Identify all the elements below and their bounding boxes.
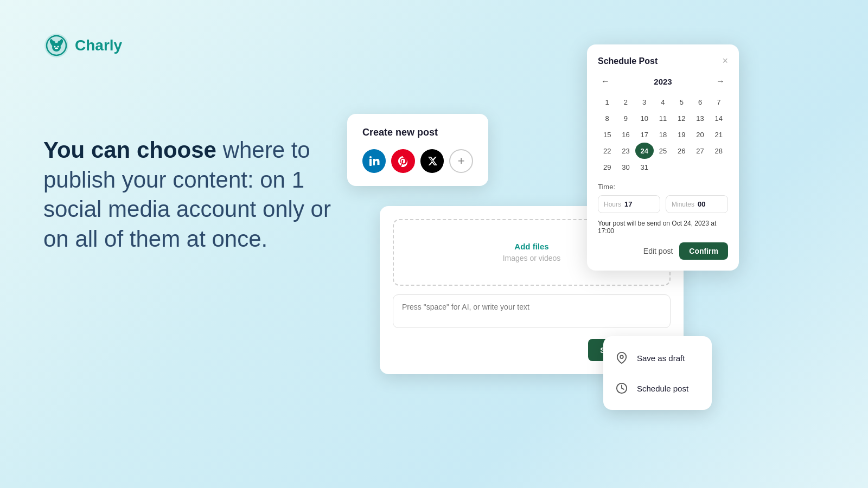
hero-text-block: You can choose where to publish your con… xyxy=(43,136,347,254)
save-as-draft-label: Save as draft xyxy=(637,354,685,363)
add-platform-button[interactable]: + xyxy=(449,149,473,173)
charly-logo-icon xyxy=(43,33,69,59)
calendar-day[interactable]: 18 xyxy=(654,126,672,143)
confirm-button[interactable]: Confirm xyxy=(679,242,728,260)
minutes-input[interactable]: Minutes 00 xyxy=(666,195,728,213)
calendar-day[interactable]: 13 xyxy=(691,110,709,126)
calendar-day xyxy=(654,159,672,175)
calendar-day[interactable]: 1 xyxy=(598,94,616,110)
calendar-day[interactable]: 8 xyxy=(598,110,616,126)
calendar-day[interactable]: 12 xyxy=(672,110,691,126)
svg-point-5 xyxy=(54,46,56,48)
calendar-grid: 1234567891011121314151617181920212223242… xyxy=(598,94,728,175)
linkedin-icon[interactable] xyxy=(362,149,386,173)
svg-point-4 xyxy=(52,43,61,52)
calendar-next-button[interactable]: → xyxy=(713,75,728,87)
hours-value: 17 xyxy=(624,200,632,208)
calendar-day[interactable]: 14 xyxy=(710,110,728,126)
calendar-day[interactable]: 5 xyxy=(672,94,691,110)
calendar-day[interactable]: 2 xyxy=(616,94,635,110)
calendar-day[interactable]: 3 xyxy=(635,94,654,110)
hours-label: Hours xyxy=(604,201,621,208)
schedule-post-item[interactable]: Schedule post xyxy=(603,373,712,403)
calendar-prev-button[interactable]: ← xyxy=(598,75,613,87)
calendar-day[interactable]: 17 xyxy=(635,126,654,143)
svg-point-11 xyxy=(369,156,372,158)
calendar-day[interactable]: 21 xyxy=(710,126,728,143)
minutes-label: Minutes xyxy=(672,201,694,208)
minutes-value: 00 xyxy=(698,200,705,208)
logo-area: Charly xyxy=(43,33,122,59)
create-post-card: Create new post + xyxy=(347,114,488,186)
pin-icon xyxy=(614,350,629,365)
modal-close-button[interactable]: × xyxy=(722,55,728,67)
calendar-day xyxy=(710,159,728,175)
calendar-day[interactable]: 24 xyxy=(635,143,654,159)
schedule-info: Your post will be send on Oct 24, 2023 a… xyxy=(598,220,728,235)
schedule-post-modal: Schedule Post × ← 2023 → 123456789101112… xyxy=(587,44,739,271)
calendar-day[interactable]: 30 xyxy=(616,159,635,175)
social-icons-row: + xyxy=(362,149,473,173)
calendar-day[interactable]: 31 xyxy=(635,159,654,175)
calendar-day[interactable]: 29 xyxy=(598,159,616,175)
calendar-day[interactable]: 22 xyxy=(598,143,616,159)
calendar-day xyxy=(672,159,691,175)
calendar-year: 2023 xyxy=(654,77,672,86)
svg-point-7 xyxy=(55,48,58,49)
modal-title: Schedule Post xyxy=(598,56,658,66)
post-text-input[interactable] xyxy=(393,294,671,328)
hours-input[interactable]: Hours 17 xyxy=(598,195,660,213)
calendar-day[interactable]: 25 xyxy=(654,143,672,159)
modal-actions: Edit post Confirm xyxy=(598,242,728,260)
pinterest-icon[interactable] xyxy=(391,149,414,173)
calendar-day[interactable]: 10 xyxy=(635,110,654,126)
add-files-subtitle: Images or videos xyxy=(503,254,561,262)
svg-rect-10 xyxy=(369,159,372,166)
calendar-day[interactable]: 27 xyxy=(691,143,709,159)
calendar-day[interactable]: 15 xyxy=(598,126,616,143)
svg-point-12 xyxy=(620,355,623,358)
logo-text: Charly xyxy=(75,37,122,54)
svg-point-6 xyxy=(58,46,59,48)
hero-bold: You can choose xyxy=(43,137,216,163)
calendar-day[interactable]: 23 xyxy=(616,143,635,159)
calendar-nav: ← 2023 → xyxy=(598,75,728,87)
calendar-day xyxy=(691,159,709,175)
calendar-day[interactable]: 20 xyxy=(691,126,709,143)
x-twitter-icon[interactable] xyxy=(420,149,444,173)
dropdown-menu-card: Save as draft Schedule post xyxy=(603,336,712,410)
calendar-day[interactable]: 4 xyxy=(654,94,672,110)
schedule-post-label: Schedule post xyxy=(637,384,688,393)
time-label: Time: xyxy=(598,183,728,191)
clock-icon xyxy=(614,381,629,396)
save-as-draft-item[interactable]: Save as draft xyxy=(603,343,712,373)
time-inputs: Hours 17 Minutes 00 xyxy=(598,195,728,213)
calendar-day[interactable]: 26 xyxy=(672,143,691,159)
calendar-day[interactable]: 19 xyxy=(672,126,691,143)
calendar-day[interactable]: 28 xyxy=(710,143,728,159)
create-post-title: Create new post xyxy=(362,127,473,138)
time-section: Time: Hours 17 Minutes 00 xyxy=(598,183,728,213)
calendar-day[interactable]: 6 xyxy=(691,94,709,110)
calendar-day[interactable]: 16 xyxy=(616,126,635,143)
calendar-day[interactable]: 11 xyxy=(654,110,672,126)
calendar-day[interactable]: 7 xyxy=(710,94,728,110)
edit-post-link[interactable]: Edit post xyxy=(643,247,673,255)
modal-header: Schedule Post × xyxy=(598,55,728,67)
calendar-day[interactable]: 9 xyxy=(616,110,635,126)
